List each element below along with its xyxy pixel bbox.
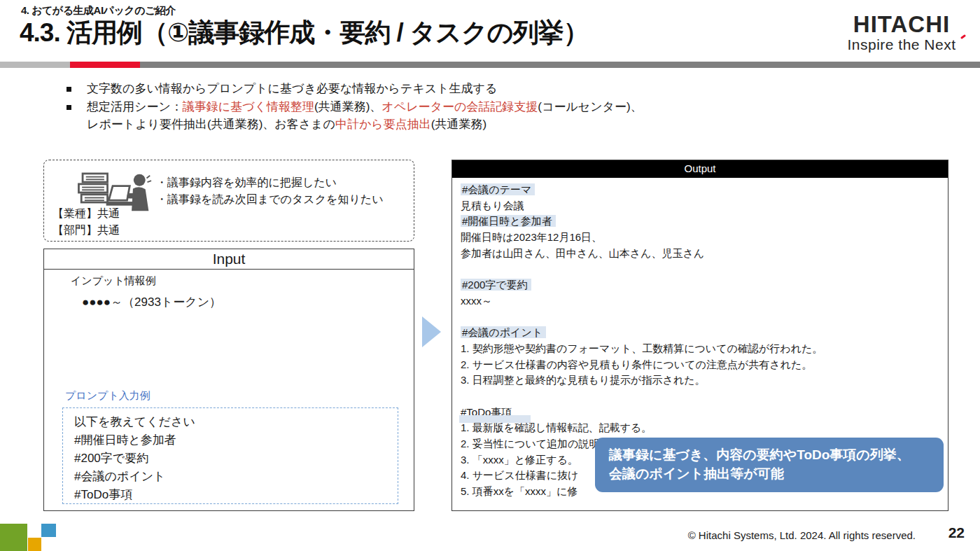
persona-need-1: ・議事録内容を効率的に把握したい	[156, 174, 384, 191]
scene-emphasis-3: 中計から要点抽出	[335, 118, 431, 131]
output-blank-line	[461, 389, 948, 405]
output-line: #200字で要約	[461, 277, 948, 293]
prompt-example-label: プロンプト入力例	[65, 389, 150, 403]
flow-arrow-icon	[422, 316, 441, 347]
input-panel: Input インプット情報例 ●●●●～（2933トークン） プロンプト入力例 …	[43, 249, 414, 511]
output-line: #会議のポイント	[461, 325, 948, 341]
prompt-example-box: 以下を教えてください #開催日時と参加者 #200字で要約 #会議のポイント #…	[62, 407, 398, 504]
output-line: #開催日時と参加者	[461, 214, 948, 230]
prompt-line: #ToDo事項	[74, 486, 398, 504]
callout-line-1: 議事録に基づき、内容の要約やToDo事項の列挙、	[609, 445, 944, 464]
output-tag: #会議のテーマ	[461, 183, 535, 195]
output-line: 1. 契約形態や契約書のフォーマット、工数精算についての確認が行われた。	[461, 341, 948, 357]
output-line: 1. 最新版を確認し情報転記、記載する。	[461, 420, 948, 436]
input-info-label: インプット情報例	[71, 274, 156, 288]
output-blank-line	[461, 309, 948, 326]
output-tag: #開催日時と参加者	[461, 215, 556, 227]
intro-bullet-2: 想定活用シーン：議事録に基づく情報整理(共通業務)、オペレーターの会話記録支援(…	[66, 98, 766, 134]
output-line: 参加者は山田さん、田中さん、山本さん、児玉さん	[461, 246, 948, 262]
corner-square-blue	[41, 524, 56, 537]
scene-plain-4: (共通業務)	[431, 118, 486, 131]
hitachi-logo: HITACHI Inspire the Next	[832, 13, 972, 53]
scene-plain-2: (コールセンター)、	[538, 100, 642, 113]
corner-square-green	[0, 524, 27, 551]
output-panel-header: Output	[452, 160, 948, 178]
copyright-text: © Hitachi Systems, Ltd. 2024. All rights…	[688, 529, 916, 541]
callout-line-2: 会議のポイント抽出等が可能	[609, 464, 944, 483]
persona-needs: ・議事録内容を効率的に把握したい ・議事録を読み次回までのタスクを知りたい	[156, 174, 384, 208]
bullet-square-icon	[66, 105, 71, 110]
output-line: 3. 日程調整と最終的な見積もり提示が指示された。	[461, 372, 948, 389]
todo-highlight-bar	[459, 415, 531, 423]
page-number: 22	[948, 524, 965, 541]
output-blank-line	[461, 261, 948, 277]
prompt-line: #200字で要約	[74, 449, 398, 468]
callout-box: 議事録に基づき、内容の要約やToDo事項の列挙、 会議のポイント抽出等が可能	[595, 438, 944, 492]
intro-bullet-1: 文字数の多い情報からプロンプトに基づき必要な情報からテキスト生成する	[66, 80, 766, 98]
prompt-line: 以下を教えてください	[74, 413, 398, 431]
output-line: 見積もり会議	[461, 198, 948, 214]
scene-label: 想定活用シーン：	[87, 100, 183, 113]
bullet-square-icon	[66, 87, 71, 92]
input-panel-header: Input	[44, 249, 414, 270]
input-info-value: ●●●●～（2933トークン）	[82, 294, 221, 310]
output-tag: #会議のポイント	[461, 326, 546, 338]
intro-bullet-2-text: 想定活用シーン：議事録に基づく情報整理(共通業務)、オペレーターの会話記録支援(…	[87, 98, 643, 134]
output-line: 開催日時は2023年12月16日、	[461, 230, 948, 246]
scene-plain-1: (共通業務)、	[314, 100, 382, 113]
persona-box: ・議事録内容を効率的に把握したい ・議事録を読み次回までのタスクを知りたい 【業…	[43, 160, 414, 242]
prompt-line: #会議のポイント	[74, 468, 398, 486]
title-divider-bar	[0, 62, 980, 68]
scene-plain-3: レポートより要件抽出(共通業務)、お客さまの	[87, 118, 335, 131]
intro-bullet-1-text: 文字数の多い情報からプロンプトに基づき必要な情報からテキスト生成する	[87, 80, 497, 98]
hitachi-tagline: Inspire the Next	[832, 36, 972, 53]
corner-square-orange	[28, 538, 41, 551]
output-line: 2. サービス仕様書の内容や見積もり条件についての注意点が共有された。	[461, 357, 948, 373]
output-tag: #200字で要約	[461, 279, 531, 291]
slide: 4. おてがる生成AIパックのご紹介 4.3. 活用例（①議事録作成・要約 / …	[0, 0, 980, 551]
output-line: xxxx～	[461, 293, 948, 309]
hitachi-tagline-text: Inspire the Next	[847, 36, 955, 53]
output-line: #ToDo事項	[461, 405, 948, 421]
prompt-line: #開催日時と参加者	[74, 431, 398, 449]
intro-bullets: 文字数の多い情報からプロンプトに基づき必要な情報からテキスト生成する 想定活用シ…	[66, 80, 766, 134]
persona-need-2: ・議事録を読み次回までのタスクを知りたい	[156, 191, 384, 208]
persona-department: 【部門】共通	[52, 223, 120, 238]
scene-emphasis-2: オペレーターの会話記録支援	[382, 100, 538, 113]
hitachi-wordmark: HITACHI	[832, 13, 972, 36]
persona-industry: 【業種】共通	[52, 207, 120, 221]
page-title: 4.3. 活用例（①議事録作成・要約 / タスクの列挙）	[20, 15, 589, 50]
output-line: #会議のテーマ	[461, 182, 948, 198]
scene-emphasis-1: 議事録に基づく情報整理	[183, 100, 314, 113]
